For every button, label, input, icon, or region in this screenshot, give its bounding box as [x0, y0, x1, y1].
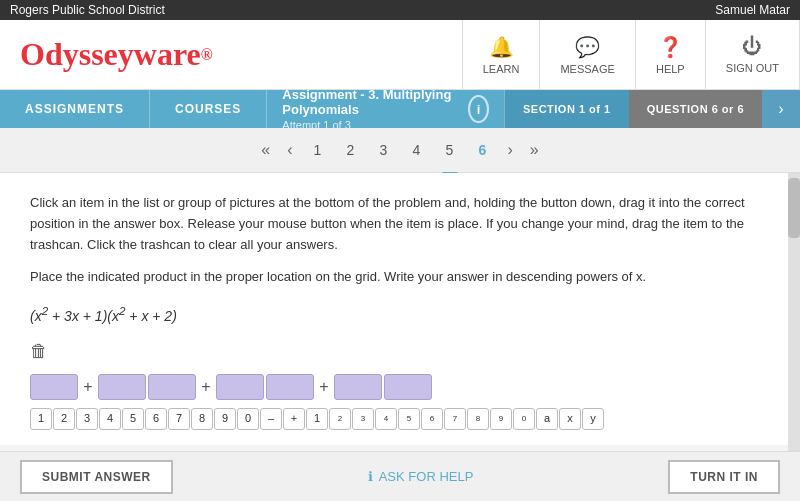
palette-y[interactable]: y	[582, 408, 604, 430]
number-palette: 1 2 3 4 5 6 7 8 9 0 – + 1 2 3 4 5 6 7 8 …	[30, 408, 770, 430]
math-expression: (x2 + 3x + 1)(x2 + x + 2)	[30, 302, 770, 327]
palette-sup4[interactable]: 4	[375, 408, 397, 430]
turn-in-button[interactable]: TURN IT IN	[668, 460, 780, 494]
answer-cell-4[interactable]	[216, 374, 264, 400]
nav-next-button[interactable]: ›	[502, 137, 519, 163]
palette-sup3[interactable]: 3	[352, 408, 374, 430]
info-icon-button[interactable]: i	[468, 95, 489, 123]
palette-sup9[interactable]: 9	[490, 408, 512, 430]
palette-minus[interactable]: –	[260, 408, 282, 430]
answer-cell-7[interactable]	[384, 374, 432, 400]
signout-icon: ⏻	[742, 35, 762, 58]
palette-sup5[interactable]: 5	[398, 408, 420, 430]
answer-cell-1[interactable]	[30, 374, 78, 400]
content-area: Click an item in the list or group of pi…	[0, 173, 800, 445]
learn-label: LEARN	[483, 63, 520, 75]
header-nav: 🔔 LEARN 💬 MESSAGE ❓ HELP ⏻ SIGN OUT	[462, 20, 800, 89]
top-bar: Rogers Public School District Samuel Mat…	[0, 0, 800, 20]
help-label: HELP	[656, 63, 685, 75]
message-label: MESSAGE	[560, 63, 614, 75]
palette-sup8[interactable]: 8	[467, 408, 489, 430]
palette-8[interactable]: 8	[191, 408, 213, 430]
palette-sup0[interactable]: 0	[513, 408, 535, 430]
answer-cell-5[interactable]	[266, 374, 314, 400]
answer-cell-6[interactable]	[334, 374, 382, 400]
bottom-bar: SUBMIT ANSWER ℹ ASK FOR HELP TURN IT IN	[0, 451, 800, 501]
district-name: Rogers Public School District	[10, 3, 165, 17]
q-num-1[interactable]: 1	[304, 136, 332, 164]
palette-9[interactable]: 9	[214, 408, 236, 430]
answer-row: + + +	[30, 374, 770, 400]
question-nav: « ‹ 1 2 3 4 5 6 › »	[0, 128, 800, 173]
assignment-info: Assignment - 3. Multiplying Polynomials …	[267, 90, 504, 128]
q-num-5[interactable]: 5	[436, 136, 464, 164]
palette-sup6[interactable]: 6	[421, 408, 443, 430]
nav-prev-button[interactable]: ‹	[281, 137, 298, 163]
nav-first-button[interactable]: «	[255, 137, 276, 163]
palette-a[interactable]: a	[536, 408, 558, 430]
trash-icon[interactable]: 🗑	[30, 337, 770, 366]
logo: Odysseyware®	[20, 36, 213, 73]
palette-x[interactable]: x	[559, 408, 581, 430]
q-num-2[interactable]: 2	[337, 136, 365, 164]
plus-op-2: +	[198, 374, 214, 400]
palette-1b[interactable]: 1	[306, 408, 328, 430]
palette-1[interactable]: 1	[30, 408, 52, 430]
message-icon: 💬	[575, 35, 600, 59]
answer-cell-3[interactable]	[148, 374, 196, 400]
answer-grid: + + +	[30, 374, 770, 400]
problem-statement: Place the indicated product in the prope…	[30, 267, 770, 288]
help-nav[interactable]: ❓ HELP	[636, 20, 706, 89]
palette-3[interactable]: 3	[76, 408, 98, 430]
submit-answer-button[interactable]: SUBMIT ANSWER	[20, 460, 173, 494]
palette-sup2[interactable]: 2	[329, 408, 351, 430]
signout-label: SIGN OUT	[726, 62, 779, 74]
ask-help-label: ASK FOR HELP	[379, 469, 474, 484]
question-badge: QUESTION 6 or 6	[629, 90, 762, 128]
palette-7[interactable]: 7	[168, 408, 190, 430]
palette-2[interactable]: 2	[53, 408, 75, 430]
signout-nav[interactable]: ⏻ SIGN OUT	[706, 20, 800, 89]
instructions-text: Click an item in the list or group of pi…	[30, 193, 770, 255]
assignment-title: Assignment - 3. Multiplying Polynomials	[282, 87, 451, 117]
scrollbar-thumb[interactable]	[788, 178, 800, 238]
answer-cell-2[interactable]	[98, 374, 146, 400]
q-num-3[interactable]: 3	[370, 136, 398, 164]
palette-sup7[interactable]: 7	[444, 408, 466, 430]
ask-for-help-button[interactable]: ℹ ASK FOR HELP	[368, 469, 474, 484]
palette-plus[interactable]: +	[283, 408, 305, 430]
help-icon: ❓	[658, 35, 683, 59]
palette-5[interactable]: 5	[122, 408, 144, 430]
ask-help-icon: ℹ	[368, 469, 373, 484]
courses-tab[interactable]: COURSES	[150, 90, 267, 128]
palette-0[interactable]: 0	[237, 408, 259, 430]
learn-nav[interactable]: 🔔 LEARN	[463, 20, 541, 89]
breadcrumb-nav: ASSIGNMENTS COURSES Assignment - 3. Mult…	[0, 90, 800, 128]
assignments-tab[interactable]: ASSIGNMENTS	[0, 90, 150, 128]
breadcrumb-right-arrow[interactable]: ›	[762, 90, 800, 128]
q-num-4[interactable]: 4	[403, 136, 431, 164]
palette-4[interactable]: 4	[99, 408, 121, 430]
plus-op-1: +	[80, 374, 96, 400]
q-num-6[interactable]: 6	[469, 136, 497, 164]
user-name: Samuel Matar	[715, 3, 790, 17]
learn-icon: 🔔	[489, 35, 514, 59]
nav-last-button[interactable]: »	[524, 137, 545, 163]
palette-6[interactable]: 6	[145, 408, 167, 430]
header: Odysseyware® 🔔 LEARN 💬 MESSAGE ❓ HELP ⏻ …	[0, 20, 800, 90]
plus-op-3: +	[316, 374, 332, 400]
message-nav[interactable]: 💬 MESSAGE	[540, 20, 635, 89]
section-badge: SECTION 1 of 1	[504, 90, 629, 128]
